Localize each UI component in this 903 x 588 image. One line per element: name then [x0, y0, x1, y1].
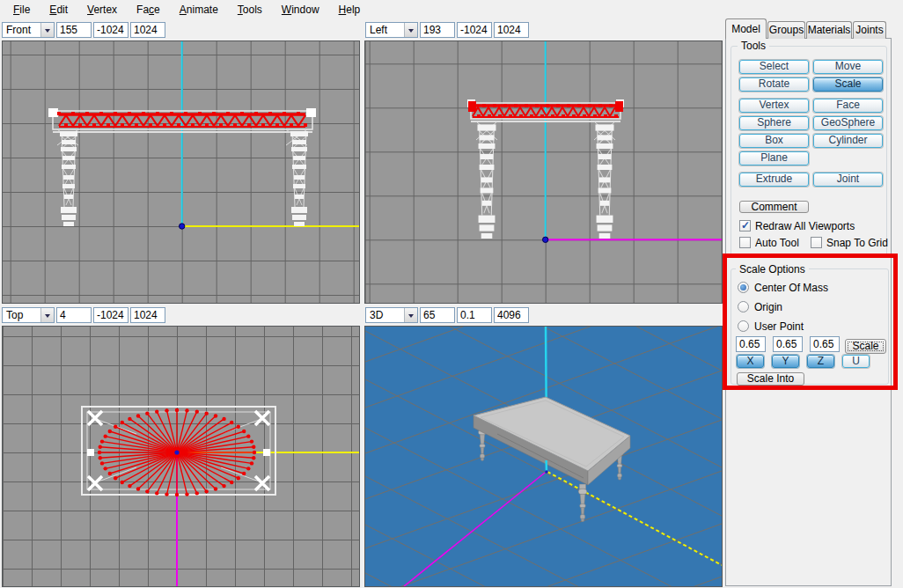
tab-materials-label: Materials [808, 24, 851, 36]
scale-x-field[interactable] [736, 336, 766, 352]
top-max-field[interactable] [130, 307, 165, 323]
redraw-all-viewports-label: Redraw All Viewports [755, 220, 855, 232]
front-viewport-toolbar: Front [0, 19, 361, 40]
snap-to-grid-label: Snap To Grid [826, 237, 888, 249]
rotate-button[interactable]: Rotate [739, 77, 809, 92]
snap-to-grid-checkbox[interactable] [811, 237, 822, 248]
menu-tools[interactable]: Tools [228, 1, 272, 18]
redraw-all-viewports-checkbox[interactable] [739, 220, 751, 232]
3d-zoom-field[interactable] [420, 307, 455, 323]
menu-file[interactable]: File [4, 1, 40, 18]
tab-model[interactable]: Model [725, 18, 767, 39]
3d-axis-y-upper [546, 327, 547, 406]
axis-u-button[interactable]: U [842, 355, 870, 368]
application-window: File Edit Vertex Face Animate Tools Wind… [0, 0, 903, 588]
left-zoom-field[interactable] [420, 22, 455, 38]
comment-button[interactable]: Comment [739, 201, 809, 213]
tab-model-label: Model [731, 23, 760, 35]
auto-tool-checkbox[interactable] [739, 237, 751, 248]
front-zoom-field[interactable] [56, 22, 92, 38]
3d-far-field[interactable] [494, 307, 529, 323]
3d-near-field[interactable] [457, 307, 492, 323]
plane-button[interactable]: Plane [739, 151, 809, 165]
user-point-label: User Point [754, 320, 804, 333]
tab-joints[interactable]: Joints [853, 21, 886, 39]
scale-apply-button[interactable]: Scale [845, 339, 886, 354]
front-origin-point [180, 224, 185, 229]
menu-face[interactable]: Face [127, 1, 170, 18]
scale-z-field[interactable] [810, 336, 840, 352]
menu-window[interactable]: Window [272, 1, 329, 18]
scale-button[interactable]: Scale [813, 77, 883, 92]
front-axes [182, 41, 359, 226]
3d-view-value: 3D [366, 309, 404, 321]
top-view-select[interactable]: Top [2, 307, 55, 323]
left-max-field[interactable] [494, 22, 529, 38]
chevron-down-icon[interactable] [40, 308, 54, 322]
chevron-down-icon[interactable] [404, 23, 417, 37]
axis-x-button[interactable]: X [737, 355, 764, 368]
user-point-radio[interactable] [738, 320, 749, 332]
center-of-mass-label: Center Of Mass [754, 282, 828, 294]
top-viewport-toolbar: Top [0, 305, 361, 326]
menu-bar: File Edit Vertex Face Animate Tools Wind… [0, 0, 903, 19]
face-button[interactable]: Face [813, 99, 883, 113]
left-origin-point [543, 237, 548, 242]
origin-label: Origin [754, 301, 782, 313]
left-view-select[interactable]: Left [365, 22, 418, 38]
front-min-field[interactable] [93, 22, 128, 38]
move-button[interactable]: Move [813, 60, 883, 74]
top-viewport-canvas[interactable] [2, 326, 360, 587]
sphere-button[interactable]: Sphere [739, 116, 809, 130]
left-viewport-drawing [365, 41, 722, 303]
left-viewport-canvas[interactable] [364, 40, 723, 304]
chevron-down-icon[interactable] [404, 308, 417, 322]
menu-animate[interactable]: Animate [170, 1, 228, 18]
front-viewport-drawing [3, 41, 359, 303]
auto-tool-label: Auto Tool [755, 237, 799, 249]
3d-axis-z [404, 473, 545, 586]
axis-z-button[interactable]: Z [807, 355, 834, 368]
left-min-field[interactable] [457, 22, 492, 38]
origin-radio[interactable] [738, 301, 749, 312]
scale-into-button[interactable]: Scale Into [737, 372, 804, 386]
left-viewport-toolbar: Left [363, 19, 723, 40]
3d-axis-x [547, 472, 722, 565]
3d-table-model [474, 397, 630, 522]
tab-groups[interactable]: Groups [767, 21, 805, 39]
menu-vertex[interactable]: Vertex [77, 1, 127, 18]
tab-materials[interactable]: Materials [806, 21, 852, 39]
joint-button[interactable]: Joint [813, 173, 883, 187]
cylinder-button[interactable]: Cylinder [813, 134, 883, 148]
top-min-field[interactable] [93, 307, 128, 323]
top-zoom-field[interactable] [56, 307, 92, 323]
top-view-value: Top [3, 309, 40, 321]
scale-options-group-label: Scale Options [736, 263, 809, 276]
tab-joints-label: Joints [855, 24, 883, 36]
front-viewport-canvas[interactable] [2, 40, 360, 304]
front-view-value: Front [3, 24, 40, 36]
chevron-down-icon[interactable] [40, 23, 54, 37]
3d-origin-point [545, 470, 548, 474]
3d-viewport-canvas[interactable] [364, 326, 723, 587]
center-of-mass-radio[interactable] [738, 282, 749, 293]
tab-groups-label: Groups [769, 24, 804, 36]
3d-viewport-toolbar: 3D [363, 305, 723, 326]
menu-help[interactable]: Help [329, 1, 371, 18]
scale-y-field[interactable] [773, 336, 803, 352]
front-view-select[interactable]: Front [2, 22, 55, 38]
select-button[interactable]: Select [739, 60, 809, 74]
left-view-value: Left [366, 24, 404, 36]
extrude-button[interactable]: Extrude [739, 173, 809, 187]
box-button[interactable]: Box [739, 134, 809, 148]
3d-viewport-drawing [365, 327, 722, 586]
front-max-field[interactable] [130, 22, 165, 38]
geosphere-button[interactable]: GeoSphere [813, 116, 883, 130]
axis-y-button[interactable]: Y [772, 355, 799, 368]
top-viewport-drawing [3, 327, 359, 586]
left-axes [546, 41, 722, 239]
vertex-button[interactable]: Vertex [739, 99, 809, 113]
tools-group-label: Tools [738, 40, 769, 52]
menu-edit[interactable]: Edit [40, 1, 77, 18]
3d-view-select[interactable]: 3D [365, 307, 418, 323]
